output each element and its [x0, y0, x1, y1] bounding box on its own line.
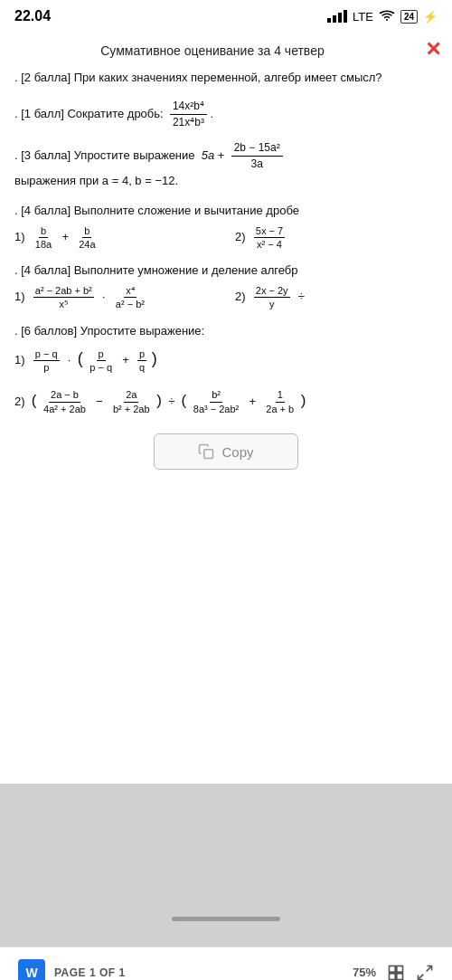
- p6-frac2c: b² 8a³ − 2ab²: [192, 388, 240, 415]
- time-display: 22.04: [14, 8, 51, 24]
- problem-6: . [6 баллов] Упростите выражение: 1) p −…: [14, 322, 438, 418]
- problem-5-col2: 2) 2x − 2y y ÷: [235, 284, 438, 311]
- fullscreen-icon[interactable]: [416, 964, 434, 981]
- copy-button[interactable]: Copy: [154, 433, 298, 470]
- toolbar-icons: 75%: [353, 964, 434, 981]
- problem-5: . [4 балла] Выполните умножение и делени…: [14, 262, 438, 310]
- p6-frac2a: 2a − b 4a² + 2ab: [42, 388, 88, 415]
- svg-rect-4: [397, 973, 403, 979]
- signal-bars-icon: [327, 10, 347, 23]
- problem-1: . [2 балла] При каких значениях переменн…: [14, 69, 438, 88]
- battery-icon: 24: [400, 10, 418, 24]
- svg-rect-2: [397, 966, 403, 972]
- problem-4-cols: 1) b 18a + b 24a 2) 5x − 7 x² −: [14, 224, 438, 252]
- p6-frac2b: 2a b² + 2ab: [111, 388, 152, 415]
- problem-3: . [3 балла] Упростите выражение 5a + 2b …: [14, 140, 438, 190]
- toolbar-left: W PAGE 1 OF 1: [18, 959, 126, 981]
- problem-4-frac2: 5x − 7 x² − 4: [254, 224, 285, 252]
- document-area: ✕ Суммативное оценивание за 4 четвер . […: [0, 33, 452, 784]
- network-label: LTE: [353, 10, 373, 24]
- view-icon[interactable]: [387, 964, 405, 981]
- close-button[interactable]: ✕: [425, 40, 441, 60]
- problem-4-col1: 1) b 18a + b 24a: [14, 224, 217, 252]
- svg-rect-0: [204, 450, 213, 459]
- problem-2: . [1 балл] Сократите дробь: 14x²b⁴ 21x⁴b…: [14, 99, 438, 130]
- p6-frac1b: p q: [137, 347, 146, 375]
- problem-2-dot: .: [211, 107, 214, 120]
- problem-6-2: 2) ( 2a − b 4a² + 2ab − 2a b² + 2ab ) ÷ …: [14, 384, 438, 417]
- p6-frac1a: p p − q: [88, 347, 114, 375]
- document-content: . [2 балла] При каких значениях переменн…: [14, 69, 438, 470]
- svg-rect-1: [390, 966, 396, 972]
- zoom-label: 75%: [353, 966, 376, 979]
- problem-5-text: . [4 балла] Выполните умножение и делени…: [14, 262, 438, 281]
- gray-area: [0, 784, 452, 947]
- copy-icon: [198, 443, 214, 460]
- status-bar: 22.04 LTE 24 ⚡: [0, 0, 452, 33]
- problem-4-frac1b: b 24a: [77, 224, 97, 252]
- bottom-toolbar: W PAGE 1 OF 1 75%: [0, 947, 452, 980]
- wifi-icon: [379, 10, 395, 23]
- svg-line-5: [427, 966, 432, 971]
- problem-5-frac1a: a² − 2ab + b² x⁵: [33, 284, 94, 311]
- problem-4-frac1a: b 18a: [33, 224, 53, 252]
- problem-3-note: выражения при a = 4, b = −12.: [14, 172, 438, 191]
- problem-6-1: 1) p − q p · ( p p − q + p q ): [14, 346, 438, 374]
- problem-4-col2: 2) 5x − 7 x² − 4: [235, 224, 438, 252]
- problem-5-col1: 1) a² − 2ab + b² x⁵ · x⁴ a² − b²: [14, 284, 217, 311]
- doc-title: Суммативное оценивание за 4 четвер: [14, 43, 438, 58]
- problem-4-text: . [4 балла] Выполните сложение и вычитан…: [14, 202, 438, 221]
- word-icon: W: [18, 959, 45, 981]
- problem-1-text: . [2 балла] При каких значениях переменн…: [14, 71, 382, 84]
- problem-4: . [4 балла] Выполните сложение и вычитан…: [14, 202, 438, 251]
- scroll-indicator: [172, 917, 280, 921]
- problem-3-text: . [3 балла] Упростите выражение 5a + 2b …: [14, 140, 438, 172]
- page-info: PAGE 1 OF 1: [54, 966, 126, 979]
- problem-2-text: . [1 балл] Сократите дробь:: [14, 107, 166, 120]
- copy-button-container: Copy: [14, 433, 438, 470]
- status-right: LTE 24 ⚡: [327, 10, 438, 24]
- p6-frac2d: 1 2a + b: [264, 388, 296, 415]
- problem-3-fraction: 2b − 15a² 3a: [231, 140, 283, 172]
- problem-6-text: . [6 баллов] Упростите выражение:: [14, 322, 438, 341]
- problem-2-fraction: 14x²b⁴ 21x⁴b³: [170, 99, 207, 130]
- problem-5-frac1b: x⁴ a² − b²: [114, 284, 146, 311]
- svg-rect-3: [390, 973, 396, 979]
- svg-line-6: [419, 974, 424, 979]
- problem-5-cols: 1) a² − 2ab + b² x⁵ · x⁴ a² − b² 2) 2x −…: [14, 284, 438, 311]
- p6-frac1-outer: p − q p: [33, 347, 60, 375]
- copy-button-label: Copy: [221, 444, 253, 460]
- problem-5-frac2: 2x − 2y y: [254, 284, 290, 311]
- charging-icon: ⚡: [423, 10, 438, 24]
